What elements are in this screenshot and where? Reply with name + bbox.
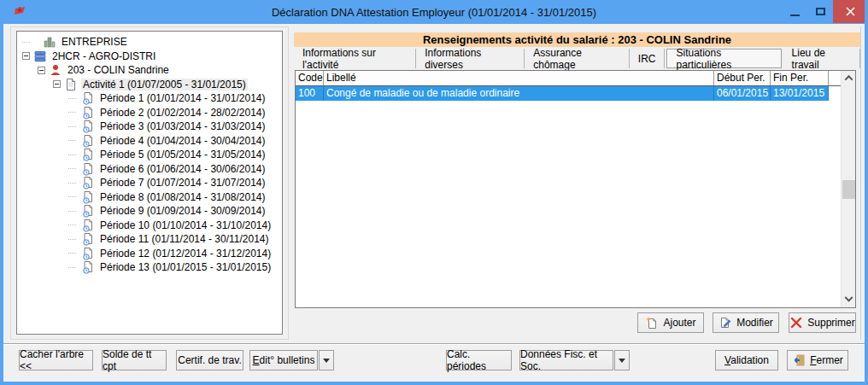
tree-item-periode[interactable]: Période 13 (01/01/2015 - 31/01/2015) — [17, 260, 282, 275]
document-icon — [64, 78, 78, 91]
tab-bar: Informations sur l'activité Informations… — [294, 49, 860, 68]
document-clock-icon — [81, 162, 95, 176]
tree-item-label: Période 6 (01/06/2014 - 30/06/2014) — [98, 163, 267, 175]
document-clock-icon — [81, 232, 95, 246]
calc-periodes-button[interactable]: Calc. périodes — [446, 350, 512, 370]
minimize-icon — [790, 15, 800, 16]
tree-item-periode[interactable]: Période 1 (01/01/2014 - 31/01/2014) — [17, 91, 282, 106]
tree-item-activity[interactable]: Activité 1 (01/07/2005 - 31/01/2015) — [17, 78, 282, 92]
fermer-button[interactable]: Fermer — [787, 350, 848, 370]
ajouter-button[interactable]: Ajouter — [637, 312, 704, 333]
close-icon — [846, 7, 855, 16]
solde-button[interactable]: Solde de tt cpt — [102, 350, 167, 370]
tree-item-entreprise[interactable]: ENTREPRISE — [17, 35, 282, 50]
supprimer-button[interactable]: Supprimer — [789, 312, 856, 333]
tree-item-periode[interactable]: Période 4 (01/04/2014 - 30/04/2014) — [17, 134, 282, 149]
new-document-icon — [645, 316, 659, 330]
tree-item-label: 2HCR - AGRO-DISTRI — [50, 50, 157, 62]
certif-button[interactable]: Certif. de trav. — [176, 350, 243, 370]
tab-situations-particulieres[interactable]: Situations particulières — [666, 49, 781, 68]
close-button[interactable] — [833, 0, 868, 23]
certif-label: Certif. de trav. — [178, 354, 241, 366]
tab-informations-activite[interactable]: Informations sur l'activité — [294, 49, 416, 68]
tree-item-periode[interactable]: Période 8 (01/08/2014 - 31/08/2014) — [17, 190, 282, 205]
tab-label: Lieu de travail — [792, 47, 851, 71]
tree-item-periode[interactable]: Période 7 (01/07/2014 - 31/07/2014) — [17, 176, 282, 190]
scrollbar-thumb[interactable] — [842, 180, 855, 199]
tree-item-periode[interactable]: Période 6 (01/06/2014 - 30/06/2014) — [17, 162, 282, 177]
tree-item-label: Période 7 (01/07/2014 - 31/07/2014) — [98, 177, 267, 189]
tree-item-periode[interactable]: Période 10 (01/10/2014 - 31/10/2014) — [17, 219, 282, 233]
tree-item-periode[interactable]: Période 2 (01/02/2014 - 28/02/2014) — [17, 106, 282, 120]
cell-libelle: Congé de maladie ou de maladie ordinaire — [324, 86, 714, 101]
tree-item-label: Période 5 (01/05/2014 - 31/05/2014) — [98, 149, 267, 160]
tree-item-label: Période 11 (01/11/2014 - 30/11/2014) — [98, 233, 270, 245]
tree-item-label: Période 3 (01/03/2014 - 31/03/2014) — [98, 120, 267, 132]
tab-label: Assurance chômage — [533, 47, 620, 71]
column-header-debut[interactable]: Début Per. — [714, 71, 771, 85]
tree-item-periode[interactable]: Période 11 (01/11/2014 - 30/11/2014) — [17, 232, 282, 247]
supprimer-label: Supprimer — [807, 317, 854, 329]
tree-item-employee[interactable]: 203 - COLIN Sandrine — [17, 63, 282, 78]
organization-icon — [43, 35, 56, 49]
modifier-button[interactable]: Modifier — [713, 312, 779, 333]
scroll-down-button[interactable] — [842, 293, 856, 307]
vertical-scrollbar[interactable] — [841, 71, 855, 307]
panel-title: Renseignements activité du salarié : 203… — [294, 32, 860, 47]
validation-button[interactable]: Validation — [715, 350, 778, 370]
collapse-expander-icon[interactable] — [22, 52, 30, 60]
tab-label: IRC — [638, 53, 656, 65]
situations-table: Code Libellé Début Per. Fin Per. 100 Con… — [295, 70, 856, 308]
collapse-expander-icon[interactable] — [53, 80, 61, 88]
tab-informations-diverses[interactable]: Informations diverses — [416, 49, 525, 68]
table-row[interactable]: 100 Congé de maladie ou de maladie ordin… — [296, 86, 855, 101]
scroll-up-button[interactable] — [842, 71, 856, 85]
tab-label: Situations particulières — [676, 47, 771, 71]
tree-item-label: Période 8 (01/08/2014 - 31/08/2014) — [98, 191, 267, 203]
tree-item-label: Période 9 (01/09/2014 - 30/09/2014) — [98, 205, 267, 217]
edit-bulletins-dropdown-button[interactable] — [319, 350, 334, 370]
document-clock-icon — [81, 120, 95, 133]
column-header-code[interactable]: Code — [296, 71, 324, 85]
chevron-up-icon — [845, 75, 853, 84]
document-clock-icon — [81, 176, 95, 190]
tree-item-label: Période 10 (01/10/2014 - 31/10/2014) — [98, 219, 273, 231]
table-header-row: Code Libellé Début Per. Fin Per. — [296, 71, 855, 86]
donnees-fisc-label: Données Fisc. et Soc. — [520, 348, 613, 372]
tree-item-label: Période 13 (01/01/2015 - 31/01/2015) — [98, 261, 273, 273]
tab-assurance-chomage[interactable]: Assurance chômage — [525, 49, 630, 68]
calc-periodes-label: Calc. périodes — [447, 348, 511, 372]
tab-irc[interactable]: IRC — [630, 49, 666, 68]
document-clock-icon — [81, 91, 95, 105]
company-stack-icon — [33, 50, 47, 63]
donnees-fisc-button[interactable]: Données Fisc. et Soc. — [519, 350, 613, 370]
column-header-fin[interactable]: Fin Per. — [771, 71, 829, 85]
ajouter-label: Ajouter — [663, 317, 695, 329]
tree-item-company[interactable]: 2HCR - AGRO-DISTRI — [17, 50, 282, 64]
column-header-libelle[interactable]: Libellé — [324, 71, 714, 85]
tree-item-label: ENTREPRISE — [60, 36, 129, 48]
tree-item-label: Période 1 (01/01/2014 - 31/01/2014) — [98, 92, 267, 104]
tree-item-label: Période 2 (01/02/2014 - 28/02/2014) — [98, 107, 267, 119]
tree-item-periode[interactable]: Période 9 (01/09/2014 - 30/09/2014) — [17, 204, 282, 219]
employee-tree: ENTREPRISE 2HCR - AGRO-DISTRI — [16, 31, 283, 335]
tree-item-periode[interactable]: Période 12 (01/12/2014 - 31/12/2014) — [17, 247, 282, 261]
solde-label: Solde de tt cpt — [103, 348, 166, 372]
cacher-arbre-button[interactable]: Cacher l'arbre << — [19, 350, 93, 370]
minimize-button[interactable] — [782, 0, 807, 23]
maximize-button[interactable] — [807, 0, 833, 23]
donnees-fisc-dropdown-button[interactable] — [614, 350, 630, 370]
validation-label: Validation — [724, 354, 769, 366]
cell-fin: 13/01/2015 — [771, 86, 829, 101]
collapse-expander-icon[interactable] — [38, 67, 45, 74]
exit-door-icon — [792, 353, 806, 367]
chevron-down-icon — [845, 294, 853, 302]
tree-item-label: 203 - COLIN Sandrine — [66, 64, 171, 76]
tree-item-periode[interactable]: Période 5 (01/05/2014 - 31/05/2014) — [17, 148, 282, 162]
tree-item-label: Période 4 (01/04/2014 - 30/04/2014) — [98, 135, 267, 147]
edit-bulletins-button[interactable]: Edit° bulletins — [249, 350, 318, 370]
tab-lieu-de-travail[interactable]: Lieu de travail — [783, 49, 860, 68]
tree-panel-frame: ENTREPRISE 2HCR - AGRO-DISTRI — [10, 26, 289, 340]
document-clock-icon — [81, 106, 95, 120]
tree-item-periode[interactable]: Période 3 (01/03/2014 - 31/03/2014) — [17, 120, 282, 134]
